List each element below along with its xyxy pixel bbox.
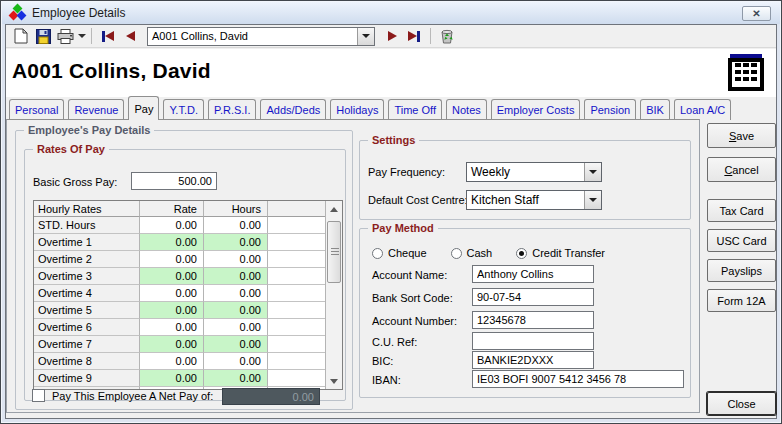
delete-record-button[interactable] <box>436 26 458 46</box>
tab-personal[interactable]: Personal <box>9 99 64 120</box>
grid-row-overtime-8[interactable]: Overtime 8 0.00 0.00 <box>34 353 325 370</box>
title-bar: Employee Details ✕ <box>2 2 780 24</box>
radio-circle-icon <box>372 248 383 259</box>
default-cost-centre-dropdown-button[interactable] <box>584 191 601 209</box>
cu-ref-input[interactable] <box>472 332 594 350</box>
pay-frequency-select[interactable]: Weekly <box>466 162 602 182</box>
grid-row-overtime-4[interactable]: Overtime 4 0.00 0.00 <box>34 285 325 302</box>
tab-time-off[interactable]: Time Off <box>388 99 442 120</box>
iban-input[interactable] <box>472 370 684 388</box>
settings-group: Settings Pay Frequency: Weekly Default C… <box>359 140 691 220</box>
grid-row-std-hours[interactable]: STD. Hours 0.00 0.00 <box>34 217 325 234</box>
tab-revenue[interactable]: Revenue <box>68 99 124 120</box>
save-icon <box>36 29 51 44</box>
app-icon <box>9 5 25 21</box>
bic-input[interactable] <box>472 351 594 369</box>
pay-tab-page: Employee's Pay Details Rates Of Pay Basi… <box>6 119 700 413</box>
default-cost-centre-label: Default Cost Centre: <box>368 194 468 206</box>
pay-method-group: Pay Method Cheque Cash Credit Transfer A… <box>359 228 691 398</box>
next-record-button[interactable] <box>381 26 403 46</box>
toolbar-separator <box>430 28 431 44</box>
new-record-button[interactable] <box>10 26 32 46</box>
grid-row-overtime-5[interactable]: Overtime 5 0.00 0.00 <box>34 302 325 319</box>
grid-vertical-scrollbar[interactable] <box>325 201 342 389</box>
basic-gross-pay-label: Basic Gross Pay: <box>33 176 117 188</box>
employee-record-value: A001 Collins, David <box>148 30 357 42</box>
last-record-button[interactable] <box>403 26 425 46</box>
hourly-rates-grid[interactable]: Hourly Rates Rate Hours STD. Hours 0.00 … <box>33 200 343 390</box>
tab-loan-ac[interactable]: Loan A/C <box>674 99 731 120</box>
tab-notes[interactable]: Notes <box>446 99 487 120</box>
tab-strip: Personal Revenue Pay Y.T.D. P.R.S.I. Add… <box>6 97 695 120</box>
recycle-bin-icon <box>439 28 455 44</box>
save-record-button[interactable] <box>32 26 54 46</box>
previous-record-button[interactable] <box>119 26 141 46</box>
employee-record-selector[interactable]: A001 Collins, David <box>147 27 375 46</box>
grid-row-overtime-6[interactable]: Overtime 6 0.00 0.00 <box>34 319 325 336</box>
new-document-icon <box>14 28 28 44</box>
grid-row-overtime-9[interactable]: Overtime 9 0.00 0.00 <box>34 370 325 387</box>
account-name-label: Account Name: <box>372 269 447 281</box>
employee-pay-details-group-label: Employee's Pay Details <box>24 124 154 136</box>
chevron-down-icon <box>362 34 370 38</box>
radio-credit-transfer[interactable]: Credit Transfer <box>516 247 605 259</box>
tab-pay[interactable]: Pay <box>128 96 159 120</box>
grid-row-overtime-3[interactable]: Overtime 3 0.00 0.00 <box>34 268 325 285</box>
pay-method-group-label: Pay Method <box>368 222 438 234</box>
tab-adds-deds[interactable]: Adds/Deds <box>260 99 326 120</box>
employee-header: A001 Collins, David <box>6 49 776 97</box>
grid-header-hourly-rates: Hourly Rates <box>34 201 140 217</box>
tab-holidays[interactable]: Holidays <box>330 99 384 120</box>
window-close-button[interactable]: ✕ <box>742 6 771 21</box>
tab-ytd[interactable]: Y.T.D. <box>163 99 204 120</box>
bic-label: BIC: <box>372 355 393 367</box>
last-record-icon <box>408 31 420 42</box>
pay-frequency-label: Pay Frequency: <box>368 166 445 178</box>
cancel-button[interactable]: Cancel <box>707 157 776 182</box>
close-button[interactable]: Close <box>707 392 776 415</box>
print-options-caret-icon[interactable] <box>78 34 86 38</box>
radio-cash[interactable]: Cash <box>451 247 493 259</box>
account-name-input[interactable] <box>472 265 594 283</box>
employee-grid-icon[interactable] <box>728 53 764 91</box>
scroll-up-icon[interactable] <box>326 201 342 217</box>
employee-pay-details-group: Employee's Pay Details Rates Of Pay Basi… <box>15 130 353 410</box>
rates-of-pay-group-label: Rates Of Pay <box>33 143 109 155</box>
usc-card-button[interactable]: USC Card <box>707 229 776 252</box>
scroll-down-icon[interactable] <box>326 373 342 389</box>
net-pay-checkbox[interactable] <box>32 389 45 402</box>
pay-frequency-dropdown-button[interactable] <box>584 163 601 181</box>
save-button[interactable]: Save <box>707 123 776 148</box>
tab-bik[interactable]: BIK <box>640 99 670 120</box>
grid-row-overtime-2[interactable]: Overtime 2 0.00 0.00 <box>34 251 325 268</box>
payslips-button[interactable]: Payslips <box>707 259 776 282</box>
iban-label: IBAN: <box>372 374 401 386</box>
chevron-down-icon <box>589 170 597 174</box>
grid-row-overtime-1[interactable]: Overtime 1 0.00 0.00 <box>34 234 325 251</box>
tab-pension[interactable]: Pension <box>584 99 636 120</box>
bank-sort-code-label: Bank Sort Code: <box>372 292 453 304</box>
pay-method-options: Cheque Cash Credit Transfer <box>372 247 629 259</box>
grid-row-overtime-7[interactable]: Overtime 7 0.00 0.00 <box>34 336 325 353</box>
form-12a-button[interactable]: Form 12A <box>707 289 776 312</box>
account-number-input[interactable] <box>472 311 594 329</box>
settings-group-label: Settings <box>368 134 419 146</box>
radio-credit-transfer-label: Credit Transfer <box>532 247 605 259</box>
first-record-button[interactable] <box>97 26 119 46</box>
net-pay-checkbox-label: Pay This Employee A Net Pay of: <box>52 390 213 402</box>
print-button[interactable] <box>54 26 76 46</box>
radio-cheque[interactable]: Cheque <box>372 247 427 259</box>
default-cost-centre-select[interactable]: Kitchen Staff <box>466 190 602 210</box>
radio-cheque-label: Cheque <box>388 247 427 259</box>
first-record-icon <box>102 31 114 42</box>
radio-circle-icon <box>451 248 462 259</box>
record-selector-dropdown-button[interactable] <box>357 28 374 45</box>
scrollbar-thumb[interactable] <box>327 221 341 283</box>
bank-sort-code-input[interactable] <box>472 288 594 306</box>
window-title: Employee Details <box>32 6 125 20</box>
basic-gross-pay-input[interactable] <box>131 172 217 190</box>
tax-card-button[interactable]: Tax Card <box>707 199 776 222</box>
previous-record-icon <box>126 31 135 41</box>
tab-employer-costs[interactable]: Employer Costs <box>491 99 581 120</box>
tab-prsi[interactable]: P.R.S.I. <box>208 99 256 120</box>
